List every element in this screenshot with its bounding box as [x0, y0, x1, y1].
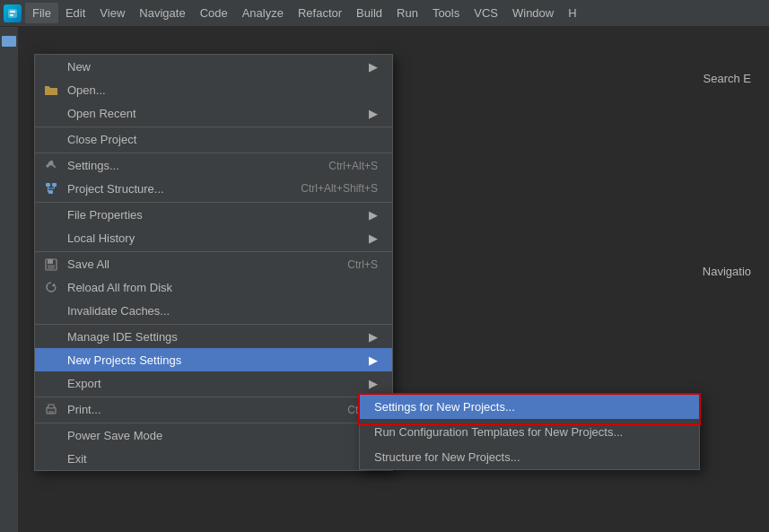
save-icon	[42, 258, 60, 271]
app-logo	[4, 4, 22, 22]
menu-item-invalidate[interactable]: Invalidate Caches...	[35, 299, 392, 322]
wrench-icon	[42, 160, 60, 172]
svg-rect-11	[48, 259, 53, 264]
arrow-icon: ▶	[369, 208, 378, 222]
menu-file[interactable]: File	[25, 3, 58, 23]
menu-item-print[interactable]: Print... Ctrl+P	[35, 397, 392, 421]
menu-item-open-recent[interactable]: Open Recent ▶	[35, 101, 392, 125]
menu-build[interactable]: Build	[349, 3, 389, 23]
save-shortcut: Ctrl+S	[347, 258, 378, 271]
menu-item-open[interactable]: Open...	[35, 78, 392, 101]
reload-icon	[42, 281, 60, 293]
project-structure-shortcut: Ctrl+Alt+Shift+S	[301, 182, 378, 195]
svg-rect-16	[48, 411, 54, 414]
submenu-item-structure-new-projects[interactable]: Structure for New Projects...	[360, 444, 699, 469]
menu-analyze[interactable]: Analyze	[235, 3, 291, 23]
arrow-icon: ▶	[369, 60, 378, 74]
project-sidebar-icon	[2, 36, 16, 47]
svg-rect-15	[48, 405, 54, 408]
structure-icon	[42, 182, 60, 195]
arrow-icon: ▶	[369, 231, 378, 245]
main-area: Search E Navigatio New ▶ Open... Open Re…	[0, 27, 769, 532]
arrow-icon: ▶	[369, 107, 378, 120]
menu-window[interactable]: Window	[505, 3, 561, 23]
svg-rect-12	[48, 265, 55, 269]
menu-navigate[interactable]: Navigate	[132, 3, 192, 23]
submenu-item-settings-new-projects[interactable]: Settings for New Projects...	[360, 394, 699, 419]
arrow-icon: ▶	[369, 330, 378, 344]
menu-item-local-history[interactable]: Local History ▶	[35, 226, 392, 249]
menu-item-project-structure[interactable]: Project Structure... Ctrl+Alt+Shift+S	[35, 177, 392, 200]
svg-rect-0	[8, 9, 17, 18]
menu-view[interactable]: View	[92, 3, 132, 23]
menu-item-power-save[interactable]: Power Save Mode	[35, 423, 392, 447]
menu-item-file-properties[interactable]: File Properties ▶	[35, 202, 392, 226]
search-label: Search E	[703, 72, 751, 85]
right-panel: Search E Navigatio	[703, 72, 751, 278]
menu-item-exit[interactable]: Exit	[35, 447, 392, 470]
arrow-icon: ▶	[369, 377, 378, 390]
menu-refactor[interactable]: Refactor	[291, 3, 349, 23]
file-dropdown-menu: New ▶ Open... Open Recent ▶ Close Projec…	[34, 54, 393, 471]
menu-item-export[interactable]: Export ▶	[35, 371, 392, 395]
svg-rect-3	[46, 183, 50, 187]
svg-rect-4	[52, 183, 57, 187]
menu-item-reload[interactable]: Reload All from Disk	[35, 275, 392, 299]
menu-item-close-project[interactable]: Close Project	[35, 126, 392, 151]
folder-icon	[42, 84, 60, 96]
menu-tools[interactable]: Tools	[425, 3, 467, 23]
settings-shortcut: Ctrl+Alt+S	[328, 160, 378, 172]
arrow-icon: ▶	[369, 353, 378, 367]
sidebar-strip	[0, 27, 18, 532]
menu-run[interactable]: Run	[389, 3, 425, 23]
svg-rect-2	[10, 14, 13, 16]
menu-item-manage-ide[interactable]: Manage IDE Settings ▶	[35, 324, 392, 348]
menubar: File Edit View Navigate Code Analyze Ref…	[0, 0, 769, 27]
navigation-label: Navigatio	[703, 265, 751, 278]
menu-edit[interactable]: Edit	[58, 3, 92, 23]
menu-item-save-all[interactable]: Save All Ctrl+S	[35, 251, 392, 275]
menu-item-new[interactable]: New ▶	[35, 55, 392, 78]
new-projects-submenu: Settings for New Projects... Run Configu…	[359, 393, 700, 470]
submenu-item-run-config[interactable]: Run Configuration Templates for New Proj…	[360, 419, 699, 444]
menu-item-new-projects-settings[interactable]: New Projects Settings ▶	[35, 348, 392, 371]
menu-h[interactable]: H	[561, 3, 583, 23]
print-icon	[42, 404, 60, 415]
menu-item-settings[interactable]: Settings... Ctrl+Alt+S	[35, 153, 392, 177]
svg-rect-1	[10, 11, 15, 13]
menu-code[interactable]: Code	[193, 3, 235, 23]
menu-vcs[interactable]: VCS	[467, 3, 505, 23]
